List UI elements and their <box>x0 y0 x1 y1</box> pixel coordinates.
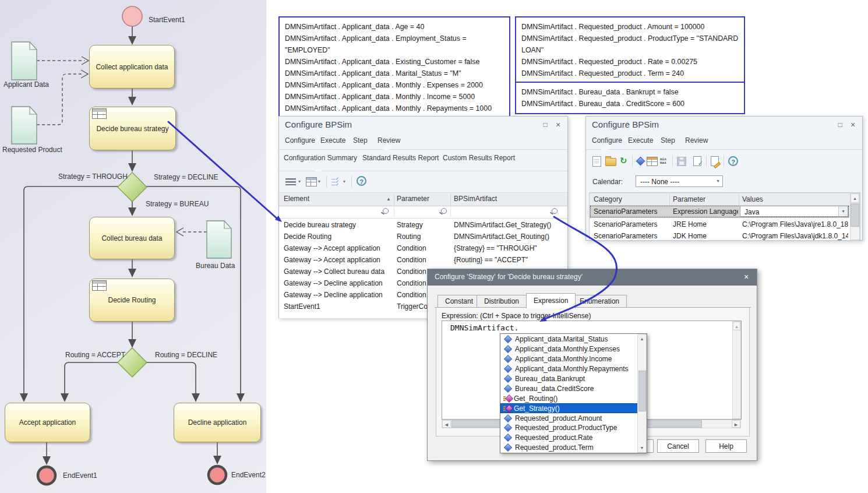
close-icon[interactable]: × <box>848 121 858 129</box>
tab-expression[interactable]: Expression <box>526 293 576 308</box>
edit-xml-icon[interactable] <box>711 156 719 166</box>
scroll-down-icon[interactable]: ▼ <box>638 443 646 452</box>
column-category[interactable]: Category <box>594 195 622 203</box>
intellisense-item[interactable]: Applicant_data.Marital_Status <box>500 334 647 344</box>
filter-row[interactable] <box>279 205 567 219</box>
chevron-down-icon[interactable]: ▾ <box>838 206 848 216</box>
table-row[interactable]: ScenarioParameters JDK Home C:\Program F… <box>590 230 849 241</box>
task-collect-bureau-data[interactable]: Collect bureau data <box>89 217 175 259</box>
scroll-up-icon[interactable]: ▲ <box>733 322 740 330</box>
intellisense-item[interactable]: Requested_product.Rate <box>500 433 647 443</box>
column-parameter[interactable]: Parameter <box>397 195 429 203</box>
new-document-icon[interactable] <box>592 156 601 167</box>
task-decline-application[interactable]: Decline application <box>174 403 261 442</box>
expression-language-select[interactable]: Java ▾ <box>740 206 848 217</box>
maximize-icon[interactable]: □ <box>835 121 845 129</box>
intellisense-item[interactable]: Bureau_data.CreditScore <box>500 383 647 393</box>
intellisense-item[interactable]: Applicant_data.Monthly.Expenses <box>500 344 647 354</box>
intellisense-item[interactable]: Bureau_data.Bankrupt <box>500 374 647 384</box>
hamburger-menu-icon[interactable] <box>285 178 296 185</box>
start-event-shape <box>122 6 142 26</box>
tab-constant[interactable]: Constant <box>437 295 481 308</box>
column-element[interactable]: Element <box>284 195 309 203</box>
task-label: Decide bureau strategy <box>96 125 168 133</box>
table-row[interactable]: Gateway --> Accept application Condition… <box>279 254 567 266</box>
filter-checklist-icon[interactable] <box>331 177 341 186</box>
maximize-icon[interactable]: □ <box>541 121 550 129</box>
intellisense-item[interactable]: Requested_product.Amount <box>500 413 647 423</box>
validate-document-icon[interactable] <box>693 156 701 166</box>
scrollbar[interactable]: ▲ <box>732 321 741 419</box>
scroll-left-icon[interactable]: ◀ <box>442 420 451 428</box>
table-row[interactable]: ScenarioParameters JRE Home C:\Program F… <box>590 218 849 230</box>
save-icon[interactable] <box>677 157 686 166</box>
search-icon[interactable] <box>441 208 447 214</box>
intellisense-item[interactable]: Applicant_data.Monthly.Income <box>500 354 647 364</box>
scrollbar-thumb[interactable] <box>851 203 859 227</box>
menu-step[interactable]: Step <box>353 136 368 145</box>
help-icon[interactable]: ? <box>728 156 738 166</box>
dialog-titlebar[interactable]: Configure 'Strategy' for 'Decide bureau … <box>428 269 757 286</box>
column-bpsimartifact[interactable]: BPSimArtifact <box>454 195 497 203</box>
column-values[interactable]: Values <box>742 195 763 203</box>
screen: Collect application data Decide bureau s… <box>0 0 868 493</box>
table-icon[interactable] <box>647 157 658 166</box>
intellisense-item[interactable]: Get_Routing() <box>500 393 647 403</box>
window-title: Configure BPSim <box>285 119 352 129</box>
parameters-table: Category Parameter Values ScenarioParame… <box>589 192 860 241</box>
min-max-icon[interactable]: min max <box>660 157 666 164</box>
menu-configure[interactable]: Configure <box>592 136 622 145</box>
scroll-right-icon[interactable]: ▶ <box>732 420 740 428</box>
scrollbar[interactable]: ▲ <box>850 193 860 240</box>
tab-standard-results-report[interactable]: Standard Results Report <box>362 154 439 162</box>
calendar-value: ---- None ---- <box>640 178 679 186</box>
table-row[interactable]: Gateway --> Accept application Condition… <box>279 242 567 254</box>
intellisense-item[interactable]: Requested_product.ProductType <box>500 423 647 433</box>
data-object-requested-label: Requested Product <box>2 146 62 154</box>
menu-execute[interactable]: Execute <box>320 136 345 145</box>
chevron-down-icon[interactable]: ▾ <box>714 176 722 186</box>
dropdown-icon[interactable]: ▾ <box>318 179 320 184</box>
tab-custom-results-report[interactable]: Custom Results Report <box>443 154 515 162</box>
menu-configure[interactable]: Configure <box>285 136 315 145</box>
column-parameter[interactable]: Parameter <box>673 195 705 203</box>
sort-ascending-icon[interactable]: ▲ <box>386 196 391 202</box>
tab-enumeration[interactable]: Enumeration <box>572 295 627 308</box>
close-icon[interactable]: × <box>742 272 751 281</box>
intellisense-item[interactable]: Applicant_data.Monthly.Repayments <box>500 364 647 374</box>
end-event-2-shape <box>209 466 226 484</box>
open-folder-icon[interactable] <box>605 158 616 166</box>
edge-label-strategy-through: Strategy = THROUGH <box>58 172 128 181</box>
refresh-icon[interactable]: ↻ <box>620 156 627 165</box>
tab-distribution[interactable]: Distribution <box>477 295 527 308</box>
task-accept-application[interactable]: Accept application <box>5 403 90 442</box>
report-options-icon[interactable] <box>306 177 317 186</box>
dropdown-icon[interactable]: ▾ <box>343 179 345 184</box>
search-icon[interactable] <box>552 208 558 214</box>
field-icon <box>504 335 512 343</box>
menu-step[interactable]: Step <box>661 136 675 145</box>
cancel-button[interactable]: Cancel <box>657 439 699 453</box>
menu-execute[interactable]: Execute <box>628 136 653 145</box>
menu-review[interactable]: Review <box>377 136 400 145</box>
scrollbar[interactable]: ▲ ▼ <box>637 334 647 453</box>
menu-review[interactable]: Review <box>685 136 708 145</box>
scroll-up-icon[interactable]: ▲ <box>851 193 859 203</box>
scroll-up-icon[interactable]: ▲ <box>638 334 646 343</box>
table-row[interactable]: Decide bureau strategy Strategy DMNSimAr… <box>279 219 567 231</box>
help-icon[interactable]: ? <box>357 176 366 186</box>
dropdown-icon[interactable]: ▾ <box>298 179 301 184</box>
task-collect-application-data[interactable]: Collect application data <box>89 45 175 89</box>
table-row[interactable]: ScenarioParameters Expression Language J… <box>590 205 849 218</box>
help-button[interactable]: Help <box>705 439 747 453</box>
blue-diamond-icon[interactable] <box>636 157 645 166</box>
scrollbar-thumb[interactable] <box>638 371 646 411</box>
intellisense-item[interactable]: Requested_product.Term <box>500 443 647 453</box>
tab-configuration-summary[interactable]: Configuration Summary <box>284 154 357 162</box>
intellisense-item-selected[interactable]: Get_Strategy() <box>500 403 647 413</box>
field-icon <box>504 375 512 383</box>
search-icon[interactable] <box>383 208 389 214</box>
table-row[interactable]: Decide Routing Routing DMNSimArtifact.Ge… <box>279 231 567 242</box>
calendar-select[interactable]: ---- None ---- ▾ <box>636 175 723 187</box>
close-icon[interactable]: × <box>553 121 563 129</box>
